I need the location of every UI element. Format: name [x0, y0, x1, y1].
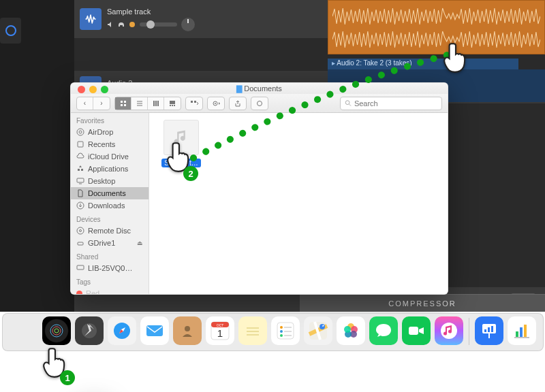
drive-icon: [76, 239, 84, 247]
svg-rect-47: [245, 323, 261, 339]
sidebar-item-airdrop[interactable]: AirDrop: [71, 126, 149, 138]
action-menu[interactable]: [207, 97, 225, 110]
svg-rect-40: [146, 325, 163, 336]
svg-text:OCT: OCT: [216, 323, 223, 327]
svg-rect-32: [77, 265, 84, 270]
dock-app-photos[interactable]: [337, 316, 365, 345]
share-button[interactable]: [229, 97, 247, 110]
arrange-menu[interactable]: [185, 97, 203, 110]
svg-point-0: [129, 22, 135, 27]
svg-point-24: [79, 131, 82, 133]
take-folder-label[interactable]: ▸ Audio 2: Take 2 (3 takes): [328, 59, 518, 69]
sidebar-item-downloads[interactable]: Downloads: [71, 199, 149, 212]
svg-point-37: [54, 329, 59, 333]
record-icon[interactable]: [129, 21, 136, 28]
mute-icon[interactable]: [107, 21, 114, 28]
search-icon: [345, 99, 352, 107]
dock-app-keynote[interactable]: [475, 316, 503, 345]
headphones-icon[interactable]: [118, 21, 125, 28]
sidebar-item-gdrive1[interactable]: GDrive1⏏: [71, 237, 149, 249]
svg-rect-5: [124, 104, 126, 106]
sidebar-item-documents[interactable]: Documents: [71, 187, 149, 199]
cloud-icon: [76, 152, 84, 161]
svg-rect-15: [174, 105, 175, 106]
file-item-sample-track[interactable]: Sample t…: [159, 120, 204, 170]
tags-button[interactable]: [251, 97, 268, 110]
recents-icon: [76, 140, 84, 148]
svg-point-36: [52, 327, 61, 335]
svg-rect-31: [78, 242, 83, 245]
view-gallery-button[interactable]: [164, 97, 181, 110]
dock-app-mail[interactable]: [140, 316, 169, 345]
search-field[interactable]: [340, 97, 442, 110]
desktop-icon: [76, 177, 84, 185]
downloads-icon: [76, 201, 84, 210]
documents-icon: [76, 189, 84, 197]
dock-app-notes[interactable]: [238, 316, 267, 345]
svg-rect-26: [77, 178, 84, 182]
dock-app-launchpad[interactable]: [75, 316, 104, 345]
sidebar-item-icloud[interactable]: iCloud Drive: [71, 150, 149, 163]
volume-slider[interactable]: [140, 22, 177, 27]
search-input[interactable]: [354, 99, 437, 108]
dock-app-contacts[interactable]: [173, 316, 202, 345]
svg-line-22: [349, 104, 351, 105]
finder-sidebar: Favorites AirDrop Recents iCloud Drive A…: [71, 113, 149, 294]
sidebar-item-recents[interactable]: Recents: [71, 138, 149, 150]
waveform-icon: [80, 8, 102, 30]
finder-content-area[interactable]: Sample t…: [149, 113, 448, 294]
sidebar-item-shared-computer[interactable]: LIB-25VQ0…: [71, 262, 149, 274]
dock-app-reminders[interactable]: [271, 316, 300, 345]
finder-window: ▇ Documents ‹ › Favorites AirDrop Recent…: [70, 82, 448, 295]
share-icon: [230, 97, 246, 110]
dock-app-maps[interactable]: [304, 316, 332, 345]
airdrop-icon: [76, 128, 84, 136]
svg-rect-14: [172, 105, 173, 106]
sidebar-item-remote-disc[interactable]: Remote Disc: [71, 225, 149, 237]
dock-app-itunes[interactable]: [435, 316, 463, 345]
sidebar-item-desktop[interactable]: Desktop: [71, 175, 149, 187]
svg-point-64: [344, 326, 351, 333]
view-column-button[interactable]: [148, 97, 164, 110]
pan-knob[interactable]: [181, 18, 195, 31]
sidebar-item-tag-red[interactable]: Red: [71, 287, 149, 294]
svg-point-53: [280, 330, 283, 333]
svg-rect-9: [153, 101, 155, 106]
dock-app-siri[interactable]: [42, 316, 71, 345]
svg-rect-17: [194, 101, 196, 103]
back-button[interactable]: ‹: [77, 97, 93, 110]
dock-app-calendar[interactable]: OCT1: [206, 316, 234, 345]
music-note-icon: [172, 128, 191, 147]
dock-app-messages[interactable]: [369, 316, 398, 345]
svg-rect-68: [484, 329, 486, 332]
svg-rect-3: [124, 101, 126, 103]
view-icon-button[interactable]: [115, 97, 131, 110]
dock-app-facetime[interactable]: [402, 316, 431, 345]
plugin-panel-title: COMPRESSOR: [300, 294, 545, 312]
dock-app-numbers[interactable]: [508, 316, 536, 345]
svg-rect-70: [491, 326, 493, 332]
sidebar-heading-favorites: Favorites: [71, 113, 149, 126]
dock: OCT1: [0, 313, 545, 351]
computer-icon: [76, 264, 84, 272]
input-icon[interactable]: [0, 18, 21, 44]
svg-rect-51: [277, 323, 294, 339]
svg-rect-25: [78, 142, 83, 147]
svg-point-20: [258, 101, 262, 105]
audio-region-sample-track[interactable]: [328, 0, 545, 54]
sidebar-item-applications[interactable]: Applications: [71, 163, 149, 175]
tag-dot-icon: [76, 291, 82, 295]
svg-rect-2: [121, 101, 123, 103]
svg-point-54: [280, 334, 283, 337]
svg-rect-13: [170, 105, 171, 106]
folder-icon: ▇: [236, 84, 242, 93]
nav-back-forward: ‹ ›: [76, 97, 110, 110]
dock-divider: [469, 318, 469, 345]
eject-icon[interactable]: ⏏: [137, 240, 143, 246]
view-list-button[interactable]: [131, 97, 148, 110]
file-thumbnail: [164, 120, 199, 155]
dock-app-safari[interactable]: [108, 316, 136, 345]
forward-button[interactable]: ›: [93, 97, 110, 110]
file-name-label: Sample t…: [161, 159, 200, 167]
tag-icon: [251, 97, 268, 110]
